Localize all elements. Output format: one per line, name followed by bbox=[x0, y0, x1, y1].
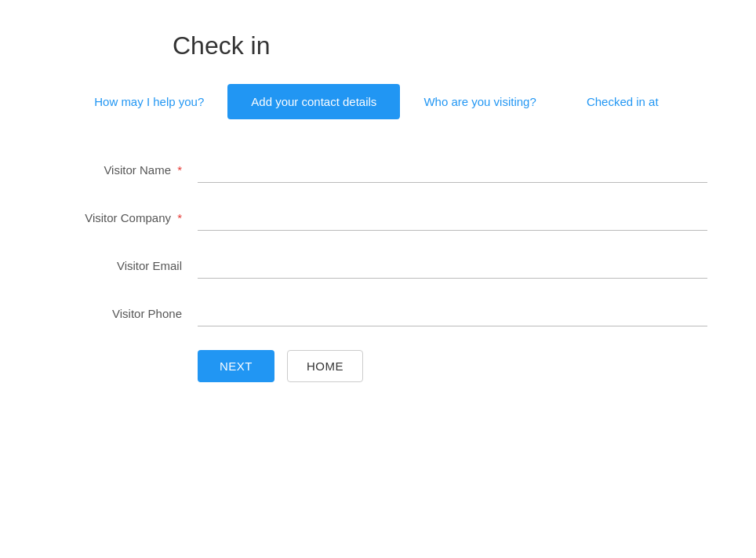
step-how-may-i-help[interactable]: How may I help you? bbox=[71, 84, 227, 119]
step-help-label: How may I help you? bbox=[94, 95, 204, 108]
form-container: Visitor Name * Visitor Company * Visitor… bbox=[25, 159, 731, 382]
next-button[interactable]: NEXT bbox=[198, 350, 274, 382]
visitor-company-input[interactable] bbox=[198, 206, 707, 231]
visitor-phone-label: Visitor Phone bbox=[49, 307, 198, 326]
step-visiting-label: Who are you visiting? bbox=[423, 95, 536, 108]
button-row: NEXT HOME bbox=[198, 350, 707, 382]
visitor-name-label: Visitor Name * bbox=[49, 163, 198, 183]
visitor-email-label: Visitor Email bbox=[49, 259, 198, 279]
step-checkedin-label: Checked in at bbox=[587, 95, 659, 108]
step-checked-in-at[interactable]: Checked in at bbox=[560, 84, 685, 119]
visitor-company-required-star: * bbox=[174, 211, 182, 224]
visitor-email-row: Visitor Email bbox=[49, 254, 707, 279]
visitor-name-input[interactable] bbox=[198, 159, 707, 183]
step-add-contact-details[interactable]: Add your contact details bbox=[227, 84, 400, 119]
home-button[interactable]: HOME bbox=[287, 350, 363, 382]
step-contact-label: Add your contact details bbox=[251, 95, 376, 108]
visitor-company-row: Visitor Company * bbox=[49, 206, 707, 231]
visitor-company-label: Visitor Company * bbox=[49, 211, 198, 231]
visitor-name-row: Visitor Name * bbox=[49, 159, 707, 183]
step-who-are-you-visiting[interactable]: Who are you visiting? bbox=[400, 84, 559, 119]
page-title: Check in bbox=[173, 31, 740, 60]
visitor-phone-row: Visitor Phone bbox=[49, 302, 707, 326]
visitor-name-required-star: * bbox=[174, 163, 182, 177]
stepper: How may I help you? Add your contact det… bbox=[16, 84, 740, 119]
page-container: Check in How may I help you? Add your co… bbox=[0, 0, 756, 414]
visitor-phone-input[interactable] bbox=[198, 302, 707, 326]
visitor-email-input[interactable] bbox=[198, 254, 707, 279]
